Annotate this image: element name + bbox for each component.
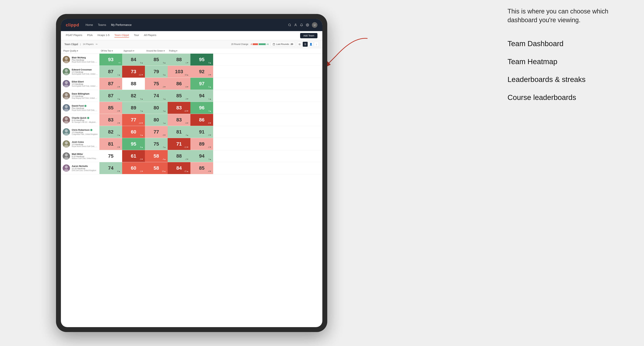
player-info: David FordPlus HandicapRoyal North Devon… [72,105,98,111]
table-row[interactable]: Elliot Ebert1-5 HandicapSunningdale Golf… [61,78,322,90]
team-count: 14 Players [83,43,94,45]
score-value: 58 [154,153,159,159]
player-handicap: 1-5 Handicap [72,83,98,85]
svg-rect-5 [273,43,275,45]
svg-point-21 [65,129,68,132]
score-change: -11▼ [138,74,143,76]
table-row[interactable]: Aaron Nicholls11-15 HandicapDrift Golf C… [61,162,322,174]
score-value: 91 [199,129,204,135]
score-cell: 975▲ [190,78,213,90]
user-avatar[interactable]: U [312,22,318,28]
score-value: 75 [108,153,114,159]
player-name: Matt Miller [72,153,98,155]
score-cell: 941▲ [190,90,213,102]
subnav-tour[interactable]: Tour [134,33,139,37]
subnav-hcaps[interactable]: Hcaps 1-5 [98,33,110,37]
round-change-label: 20 Round Change [231,43,248,45]
score-value: 60 [131,165,136,171]
svg-point-27 [65,166,68,169]
svg-point-16 [64,97,68,99]
score-cell: 602▲ [122,126,145,138]
notification-button[interactable] [300,23,303,26]
score-value: 85 [176,93,182,99]
player-name: Dave Billingham [72,92,98,95]
player-avatar [63,140,70,148]
score-cell: 84-21▲ [168,162,190,174]
score-cell: 71-11▼ [168,138,190,150]
score-cell: 824▲ [122,90,145,102]
annotation-text: This is where you can choose which dashb… [508,7,630,25]
table-row[interactable]: David FordPlus HandicapRoyal North Devon… [61,102,322,114]
svg-point-20 [64,121,68,124]
svg-point-24 [64,145,68,148]
player-name: Charlie Quick [72,117,98,119]
nav-home[interactable]: Home [86,23,93,26]
score-value: 81 [108,141,114,147]
view-grid-button[interactable]: ⊞ [297,42,302,47]
player-name: Elliot Ebert [72,80,98,83]
nav-my-performance[interactable]: My Performance [111,23,132,26]
verified-icon [84,105,86,107]
score-value: 75 [154,81,159,86]
user-button[interactable] [294,23,297,26]
subnav-pgat[interactable]: PGAT Players [66,33,82,37]
add-team-button[interactable]: Add Team [300,33,318,38]
last-rounds-button[interactable]: Last Rounds: 20 [271,42,295,46]
player-avatar [63,92,70,99]
settings-button[interactable] [306,23,309,26]
table-row[interactable]: Edward Crossman1-5 HandicapSunningdale G… [61,66,322,78]
score-value: 94 [199,153,204,159]
player-avatar [63,104,70,112]
view-card-button[interactable]: 👤 [308,42,313,47]
last-rounds-value: 20 [291,43,293,45]
score-cell: 803▲ [145,102,168,114]
app-logo[interactable]: clippd [66,22,79,27]
player-cell: Dave Billingham1-5 HandicapGog Magog Gol… [61,90,100,102]
score-cell: 741▲ [145,90,168,102]
score-change: -10▼ [184,110,189,112]
table-row[interactable]: Charlie Quick6-10 HandicapSt. George's H… [61,114,322,126]
subnav-pga[interactable]: PGA [87,33,93,37]
score-cell: 81-3▼ [100,138,122,150]
player-cell: Edward Crossman1-5 HandicapSunningdale G… [61,66,100,78]
player-cell: Elliot Ebert1-5 HandicapSunningdale Golf… [61,78,100,90]
score-cell: 85-3▼ [100,102,122,114]
score-value: 82 [131,93,136,99]
svg-point-3 [295,24,296,25]
red-bar [253,43,258,45]
subnav-team-clippd[interactable]: Team Clippd [114,33,129,37]
score-change: 2▲ [140,134,143,136]
subnav-links: PGAT Players PGA Hcaps 1-5 Team Clippd T… [66,33,156,37]
score-value: 103 [175,69,183,74]
player-info: Elliot Ebert1-5 HandicapSunningdale Golf… [72,80,98,87]
table-row[interactable]: Dave Billingham1-5 HandicapGog Magog Gol… [61,90,322,102]
score-value: 88 [176,57,182,62]
score-change: 6▲ [140,62,143,64]
player-club: Drift Golf Club, United Kingdom [72,170,98,172]
score-cell: 77-3▼ [145,126,168,138]
svg-point-4 [307,25,308,25]
score-change: -4▼ [208,170,212,172]
view-download-button[interactable]: ↓ [314,42,319,47]
player-handicap: 1-5 Handicap [72,71,98,73]
score-change: 8▲ [140,146,143,148]
score-value: 60 [131,129,136,135]
score-change: 8▲ [163,62,166,64]
table-row[interactable]: Matt Miller6-10 HandicapWoburn Golf Club… [61,150,322,162]
player-avatar [63,165,70,172]
score-cell: 799▲ [145,66,168,78]
score-change: 1▲ [118,74,120,76]
nav-teams[interactable]: Teams [98,23,106,26]
svg-point-13 [65,81,68,84]
score-cell: 963▲ [190,102,213,114]
subnav-all-players[interactable]: All Players [144,33,156,37]
table-row[interactable]: Blair McHargPlus HandicapRoyal North Dev… [61,54,322,66]
search-button[interactable] [288,23,291,26]
table-row[interactable]: Josh Coles1-5 HandicapRoyal North Devon … [61,138,322,150]
edit-icon[interactable]: ✏ [96,43,98,46]
score-cell: 871▲ [100,66,122,78]
view-table-button[interactable]: ☰ [303,42,308,47]
player-name: David Ford [72,105,98,107]
table-row[interactable]: Chris Robertson1-5 HandicapCraigmillar P… [61,126,322,138]
svg-point-10 [64,60,68,63]
